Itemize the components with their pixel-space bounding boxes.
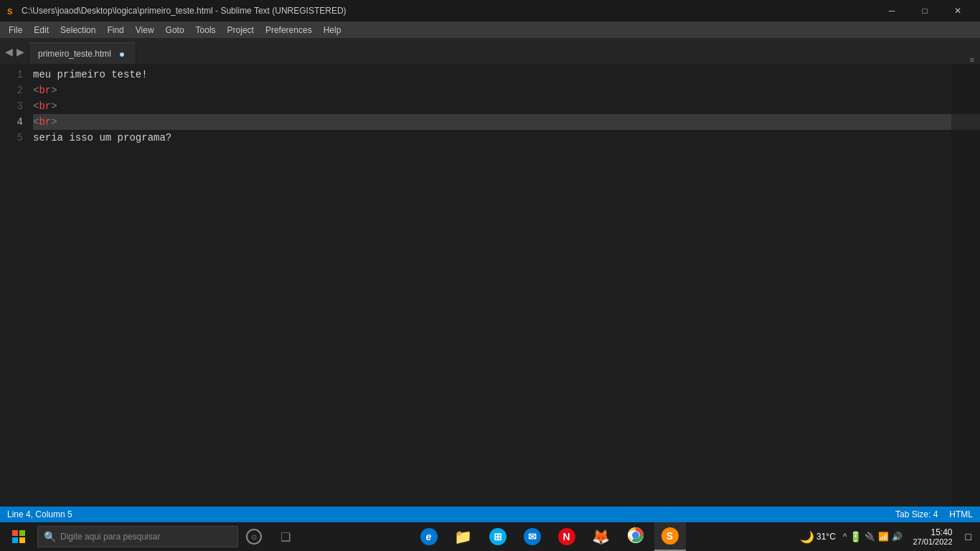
status-right: Tab Size: 4 HTML — [895, 509, 973, 519]
svg-rect-3 — [19, 530, 25, 536]
tab-bar-right: ≡ — [136, 55, 980, 64]
notification-button[interactable]: □ — [963, 531, 974, 542]
code-line-4: <br> — [33, 114, 980, 130]
menu-selection[interactable]: Selection — [55, 22, 101, 39]
taskbar-chrome[interactable] — [620, 522, 651, 551]
taskbar-explorer[interactable]: 📁 — [448, 522, 479, 551]
minimap-toggle[interactable]: ≡ — [970, 55, 974, 64]
menu-preferences[interactable]: Preferences — [260, 22, 318, 39]
search-bar[interactable]: 🔍 Digite aqui para pesquisar — [37, 526, 238, 547]
menu-help[interactable]: Help — [318, 22, 347, 39]
editor: 1 2 3 4 5 meu primeiro teste! <br> <br> … — [0, 64, 980, 507]
line-num-1: 1 — [0, 67, 23, 83]
taskbar-edge[interactable]: e — [413, 522, 445, 551]
temperature: 31°C — [816, 532, 836, 542]
tray-wifi-icon[interactable]: 📶 — [878, 532, 889, 542]
tab-bar: ◀ ▶ primeiro_teste.html ● ≡ — [0, 39, 980, 64]
taskbar: 🔍 Digite aqui para pesquisar ⊙ ❑ e 📁 ⊞ ✉… — [0, 522, 980, 551]
minimize-button[interactable]: ─ — [875, 0, 908, 22]
code-area[interactable]: meu primeiro teste! <br> <br> <br> seria… — [30, 64, 980, 507]
taskbar-netflix[interactable]: N — [551, 522, 583, 551]
line-num-2: 2 — [0, 83, 23, 98]
tray-volume-icon[interactable]: 🔊 — [892, 532, 903, 542]
system-tray: ^ 🔋 🔌 📶 🔊 — [843, 531, 903, 542]
menu-view[interactable]: View — [130, 22, 160, 39]
svg-rect-2 — [12, 530, 18, 536]
maximize-button[interactable]: □ — [908, 0, 941, 22]
menu-goto[interactable]: Goto — [160, 22, 190, 39]
menu-tools[interactable]: Tools — [190, 22, 222, 39]
taskbar-task-view[interactable]: ❑ — [270, 522, 301, 551]
clock-time: 15:40 — [913, 527, 952, 537]
line-numbers: 1 2 3 4 5 — [0, 64, 30, 507]
code-line-5: seria isso um programa? — [33, 130, 980, 146]
tab-close-button[interactable]: ● — [117, 49, 127, 59]
status-position[interactable]: Line 4, Column 5 — [7, 509, 72, 519]
code-line-2: <br> — [33, 83, 980, 98]
status-language[interactable]: HTML — [949, 509, 973, 519]
title-bar-left: S C:\Users\joaod\Desktop\logica\primeiro… — [6, 5, 347, 17]
status-left: Line 4, Column 5 — [7, 509, 72, 519]
taskbar-cortana[interactable]: ⊙ — [238, 522, 270, 551]
tab-nav-left[interactable]: ◀ — [3, 39, 14, 64]
tab-nav-right[interactable]: ▶ — [14, 39, 26, 64]
tray-network-icon[interactable]: 🔌 — [864, 532, 875, 542]
tab-item-primeiro-teste[interactable]: primeiro_teste.html ● — [29, 42, 136, 64]
taskbar-firefox[interactable]: 🦊 — [585, 522, 617, 551]
title-bar: S C:\Users\joaod\Desktop\logica\primeiro… — [0, 0, 980, 22]
taskbar-mail[interactable]: ✉ — [517, 522, 548, 551]
taskbar-right: 🌙 31°C ^ 🔋 🔌 📶 🔊 15:40 27/01/2022 □ — [797, 527, 977, 546]
svg-point-8 — [633, 532, 639, 538]
clock-date: 27/01/2022 — [913, 537, 952, 546]
start-button[interactable] — [3, 522, 34, 551]
menu-find[interactable]: Find — [101, 22, 129, 39]
menu-file[interactable]: File — [3, 22, 28, 39]
menu-edit[interactable]: Edit — [28, 22, 55, 39]
status-tab-size[interactable]: Tab Size: 4 — [895, 509, 938, 519]
taskbar-store[interactable]: ⊞ — [482, 522, 514, 551]
taskbar-sublime[interactable]: S — [654, 522, 686, 551]
minimap — [951, 64, 980, 507]
title-text: C:\Users\joaod\Desktop\logica\primeiro_t… — [22, 6, 347, 16]
svg-rect-5 — [19, 537, 25, 543]
line-num-5: 5 — [0, 130, 23, 146]
menu-project[interactable]: Project — [222, 22, 260, 39]
svg-text:S: S — [7, 7, 12, 16]
clock[interactable]: 15:40 27/01/2022 — [907, 527, 958, 546]
search-placeholder: Digite aqui para pesquisar — [60, 532, 160, 542]
code-line-1: meu primeiro teste! — [33, 67, 980, 83]
weather-widget[interactable]: 🌙 31°C — [797, 530, 839, 544]
line-num-4: 4 — [0, 114, 23, 130]
title-bar-controls: ─ □ ✕ — [875, 0, 974, 22]
tray-chevron[interactable]: ^ — [843, 532, 847, 542]
status-bar: Line 4, Column 5 Tab Size: 4 HTML — [0, 507, 980, 522]
search-icon: 🔍 — [44, 531, 56, 542]
taskbar-apps: e 📁 ⊞ ✉ N 🦊 — [301, 522, 797, 551]
close-button[interactable]: ✕ — [941, 0, 974, 22]
menu-bar: File Edit Selection Find View Goto Tools… — [0, 22, 980, 39]
tray-battery-icon[interactable]: 🔋 — [849, 531, 862, 542]
code-line-3: <br> — [33, 98, 980, 114]
tab-label: primeiro_teste.html — [38, 49, 111, 59]
app-icon: S — [6, 5, 17, 17]
svg-rect-4 — [12, 537, 18, 543]
line-num-3: 3 — [0, 98, 23, 114]
